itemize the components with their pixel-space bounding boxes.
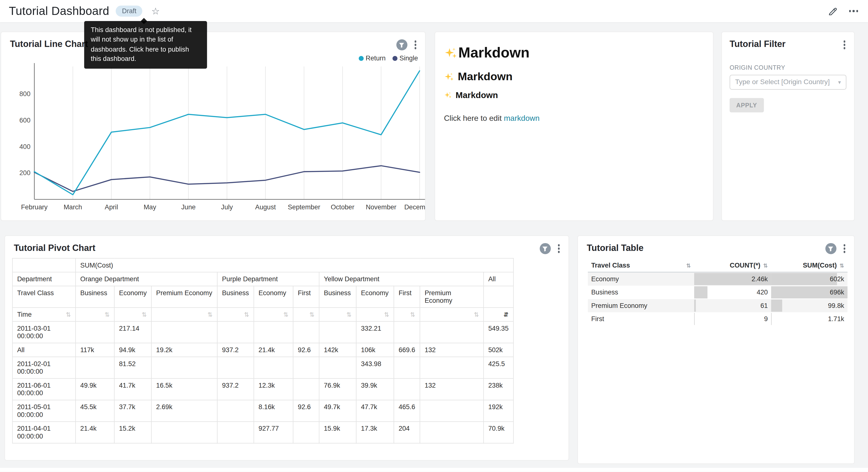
markdown-edit-link[interactable]: markdown (504, 114, 539, 122)
cell-value: 2.46k (752, 275, 768, 283)
sort-icon: ⇅ (686, 262, 691, 268)
pivot-sort-cell[interactable]: ⇅ (356, 308, 394, 322)
filter-body: ORIGIN COUNTRY Type or Select [Origin Co… (722, 50, 854, 112)
pivot-row-label: 2011-03-01 00:00:00 (12, 321, 75, 343)
sort-icon: ⇅ (66, 312, 71, 318)
table-col-header-sum-cost-[interactable]: SUM(Cost)⇅ (771, 259, 847, 272)
x-tick-label: June (181, 203, 196, 211)
markdown-content: MarkdownMarkdownMarkdown Click here to e… (435, 32, 713, 128)
sort-icon: ⇅ (309, 312, 314, 318)
value-bar (771, 300, 782, 312)
pivot-value-cell: 132 (420, 378, 484, 400)
table-row[interactable]: Economy2.46k602k (588, 272, 847, 286)
sort-icon: ⇅ (763, 262, 768, 268)
pivot-value-cell (217, 422, 254, 443)
pivot-value-cell (420, 422, 484, 443)
pivot-value-cell (217, 321, 254, 343)
pivot-value-cell: 39.9k (356, 378, 394, 400)
col-header-label: Travel Class (591, 261, 630, 269)
value-bar (694, 313, 694, 325)
line-chart[interactable]: 200400600800FebruaryMarchAprilMayJuneJul… (1, 59, 425, 216)
pivot-class-header[interactable]: Business (217, 286, 254, 307)
legend-label: Return (366, 54, 386, 62)
sort-icon: ⇅ (208, 312, 213, 318)
pivot-card-actions (539, 243, 562, 254)
x-tick-label: December (404, 203, 425, 211)
table-col-header-count-[interactable]: COUNT(*)⇅ (694, 259, 771, 272)
edit-hint-text: Click here to edit (444, 114, 504, 122)
pivot-value-cell: 81.52 (115, 357, 152, 378)
more-options-icon[interactable] (849, 10, 858, 12)
pivot-sort-cell[interactable]: ⇵ (484, 308, 514, 322)
pivot-value-cell (151, 321, 217, 343)
table-col-header-travel-class[interactable]: Travel Class⇅ (588, 259, 694, 272)
pivot-sort-cell[interactable]: ⇅ (217, 308, 254, 322)
table-row[interactable]: Business420696k (588, 286, 847, 299)
pivot-sort-cell[interactable]: ⇅ (394, 308, 420, 322)
pivot-group-header[interactable]: Orange Department (75, 272, 217, 286)
next-row-card-edge (0, 468, 868, 472)
filter-indicator-icon[interactable] (396, 39, 407, 50)
pivot-class-header[interactable]: Economy (356, 286, 394, 307)
chart-menu-icon[interactable] (556, 243, 562, 254)
pivot-class-header[interactable]: Business (319, 286, 356, 307)
legend-item-single[interactable]: Single (392, 54, 418, 62)
pivot-department-label: Department (12, 272, 75, 286)
draft-badge[interactable]: Draft (116, 6, 143, 17)
pivot-class-header[interactable]: Premium Economy (420, 286, 484, 307)
sort-icon: ⇅ (474, 312, 479, 318)
pivot-class-header[interactable]: Premium Economy (151, 286, 217, 307)
filter-indicator-icon[interactable] (539, 243, 550, 254)
pivot-value-cell (420, 321, 484, 343)
pivot-group-header[interactable]: Yellow Department (319, 272, 484, 286)
origin-country-select[interactable]: Type or Select [Origin Country] ▾ (730, 75, 846, 89)
legend-item-return[interactable]: Return (359, 54, 385, 62)
pivot-row-label: 2011-06-01 00:00:00 (12, 378, 75, 400)
publish-tooltip[interactable]: This dashboard is not published, it will… (84, 21, 207, 68)
header-actions (828, 6, 858, 17)
edit-pencil-icon[interactable] (828, 6, 838, 17)
pivot-row-label: 2011-04-01 00:00:00 (12, 422, 75, 443)
table-row[interactable]: Premium Economy6199.8k (588, 299, 847, 312)
filter-menu-icon[interactable] (841, 39, 847, 50)
pivot-sort-cell[interactable]: ⇅ (75, 308, 114, 322)
pivot-class-header[interactable]: First (394, 286, 420, 307)
pivot-value-cell: 669.6 (394, 343, 420, 357)
pivot-sort-cell[interactable]: ⇅ (151, 308, 217, 322)
sort-icon: ⇅ (840, 262, 844, 268)
pivot-sort-cell[interactable]: ⇅ (319, 308, 356, 322)
chart-menu-icon[interactable] (841, 243, 847, 254)
pivot-value-cell (75, 321, 114, 343)
filter-indicator-icon[interactable] (825, 243, 836, 254)
table-card-actions (825, 243, 847, 254)
pivot-value-cell: 21.4k (254, 343, 293, 357)
pivot-value-cell: 92.6 (293, 400, 319, 422)
pivot-class-header[interactable]: Economy (115, 286, 152, 307)
pivot-class-header[interactable]: Business (75, 286, 114, 307)
pivot-value-cell: 238k (484, 378, 514, 400)
pivot-group-header[interactable]: Purple Department (217, 272, 319, 286)
favorite-star-icon[interactable]: ☆ (151, 5, 160, 17)
pivot-time-sort-cell[interactable]: Time⇅ (12, 308, 75, 322)
pivot-value-cell (254, 357, 293, 378)
pivot-row-label: All (12, 343, 75, 357)
pivot-sort-cell[interactable]: ⇅ (254, 308, 293, 322)
chart-menu-icon[interactable] (412, 39, 418, 50)
pivot-sort-cell[interactable]: ⇅ (420, 308, 484, 322)
cell-sum: 602k (771, 272, 847, 286)
pivot-value-cell: 8.16k (254, 400, 293, 422)
apply-button[interactable]: APPLY (730, 98, 764, 112)
dashboard-header: Tutorial Dashboard Draft ☆ (0, 0, 868, 22)
legend-dot-icon (392, 56, 397, 61)
pivot-group-header[interactable]: All (484, 272, 514, 286)
x-tick-label: September (288, 203, 320, 211)
cell-value: 696k (830, 289, 844, 296)
pivot-class-header[interactable]: Economy (254, 286, 293, 307)
filter-card: Tutorial Filter ORIGIN COUNTRY Type or S… (721, 32, 855, 221)
pivot-class-header[interactable]: First (293, 286, 319, 307)
pivot-sort-cell[interactable]: ⇅ (293, 308, 319, 322)
pivot-sort-cell[interactable]: ⇅ (115, 308, 152, 322)
table-row[interactable]: First91.71k (588, 312, 847, 325)
pivot-class-header[interactable] (484, 286, 514, 307)
pivot-value-cell (293, 378, 319, 400)
